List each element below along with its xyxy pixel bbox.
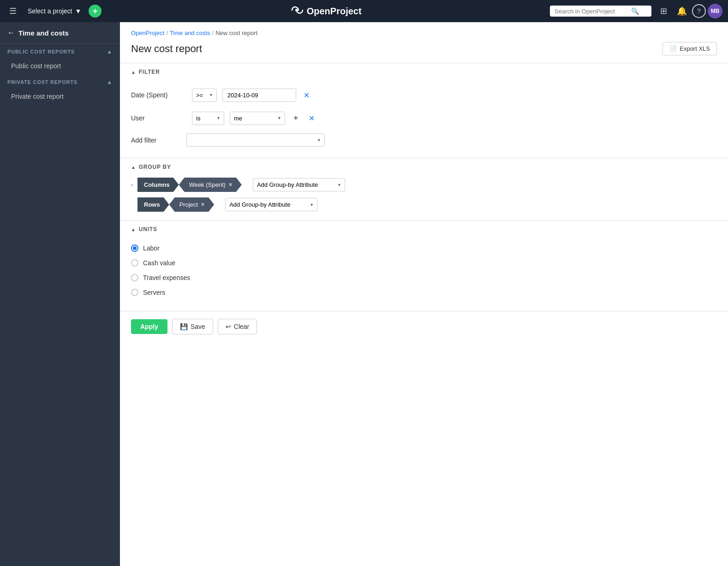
save-icon: 💾 <box>180 323 188 330</box>
apply-button[interactable]: Apply <box>131 319 167 334</box>
date-filter-label: Date (Spent) <box>131 91 186 99</box>
top-navigation: ☰ Select a project ▼ + OpenProject 🔍 ⊞ 🔔… <box>0 0 728 22</box>
units-section-label: UNITS <box>139 226 157 232</box>
filter-section-header[interactable]: ▲ FILTER <box>131 63 717 80</box>
sidebar-title: Time and costs <box>18 29 69 37</box>
add-project-button[interactable]: + <box>89 5 101 18</box>
bottom-actions: Apply 💾 Save ↩ Clear <box>120 311 728 342</box>
unit-radio-cash-value[interactable] <box>131 259 138 267</box>
unit-radio-labor[interactable] <box>131 244 138 252</box>
rows-add-wrapper: Add Group-by Attribute <box>214 198 717 211</box>
filter-content: Date (Spent) >= <= is ✕ User <box>131 80 717 154</box>
add-filter-select-wrapper: Project Work Package Assignee <box>186 133 325 147</box>
units-list: Labor Cash value Travel expenses Servers <box>131 237 717 307</box>
columns-week-label: Week (Spent) <box>189 181 226 188</box>
unit-radio-servers[interactable] <box>131 289 138 296</box>
unit-label-cash-value: Cash value <box>143 259 175 267</box>
search-input[interactable] <box>555 8 628 15</box>
filter-section: ▲ FILTER Date (Spent) >= <= is ✕ <box>120 63 728 154</box>
project-selector[interactable]: Select a project ▼ <box>24 6 85 17</box>
breadcrumb-openproject[interactable]: OpenProject <box>131 30 164 36</box>
columns-add-attribute-select[interactable]: Add Group-by Attribute <box>253 178 345 191</box>
filter-chevron-icon: ▲ <box>131 70 136 75</box>
columns-week-remove-button[interactable]: ✕ <box>228 182 233 188</box>
date-operator-select-wrapper: >= <= is <box>192 89 217 102</box>
page-header: New cost report 📄 Export XLS <box>120 40 728 63</box>
project-selector-label: Select a project <box>28 7 72 15</box>
clear-button[interactable]: ↩ Clear <box>218 319 257 334</box>
logo-icon <box>290 5 303 18</box>
user-filter-add-button[interactable]: + <box>291 112 301 125</box>
add-filter-row: Add filter Project Work Package Assignee <box>131 130 717 150</box>
back-arrow-icon: ← <box>7 29 15 37</box>
units-section-header[interactable]: ▲ UNITS <box>131 220 717 237</box>
save-button[interactable]: 💾 Save <box>172 319 213 334</box>
hamburger-menu[interactable]: ☰ <box>6 4 20 18</box>
public-section-header[interactable]: PUBLIC COST REPORTS ▲ <box>0 44 120 58</box>
columns-add-select-wrapper: Add Group-by Attribute <box>253 178 345 191</box>
grid-icon-button[interactable]: ⊞ <box>655 3 672 19</box>
sidebar-item-public-cost-report[interactable]: Public cost report <box>0 58 120 74</box>
date-value-input[interactable] <box>222 89 296 102</box>
main-content: OpenProject / Time and costs / New cost … <box>120 22 728 566</box>
breadcrumb-sep-2: / <box>212 30 214 36</box>
main-layout: ← Time and costs PUBLIC COST REPORTS ▲ P… <box>0 22 728 566</box>
logo-text: OpenProject <box>307 6 362 17</box>
user-operator-select-wrapper: is is not <box>192 112 224 125</box>
user-filter-row: User is is not me anyone + ✕ <box>131 107 717 130</box>
export-xls-button[interactable]: 📄 Export XLS <box>662 42 717 55</box>
help-icon-button[interactable]: ? <box>692 4 706 18</box>
date-filter-remove-button[interactable]: ✕ <box>302 89 311 101</box>
unit-label-servers: Servers <box>143 289 165 296</box>
group-by-section: ▲ GROUP BY › Columns Week (Spent) ✕ Add … <box>120 158 728 216</box>
group-by-section-label: GROUP BY <box>139 164 171 170</box>
units-section: ▲ UNITS Labor Cash value Travel expenses <box>120 220 728 307</box>
filter-section-label: FILTER <box>139 69 160 75</box>
sidebar-back-button[interactable]: ← Time and costs <box>0 22 120 44</box>
columns-label: Columns <box>137 178 179 192</box>
unit-item-cash-value[interactable]: Cash value <box>131 256 717 270</box>
private-section-header[interactable]: PRIVATE COST REPORTS ▲ <box>0 74 120 88</box>
rows-add-select-wrapper: Add Group-by Attribute <box>225 198 317 211</box>
add-filter-select[interactable]: Project Work Package Assignee <box>186 133 325 147</box>
rows-project-remove-button[interactable]: ✕ <box>201 202 205 208</box>
unit-radio-travel-expenses[interactable] <box>131 274 138 281</box>
breadcrumb: OpenProject / Time and costs / New cost … <box>120 22 728 40</box>
breadcrumb-current: New cost report <box>215 30 257 36</box>
group-by-columns-row: › Columns Week (Spent) ✕ Add Group-by At… <box>131 175 717 195</box>
rows-add-attribute-select[interactable]: Add Group-by Attribute <box>225 198 317 211</box>
group-by-chevron-icon: ▲ <box>131 165 136 170</box>
user-operator-select[interactable]: is is not <box>192 112 224 125</box>
columns-expand-icon[interactable]: › <box>131 182 137 188</box>
user-filter-label: User <box>131 114 186 122</box>
unit-item-servers[interactable]: Servers <box>131 285 717 300</box>
private-section-label: PRIVATE COST REPORTS <box>7 79 78 85</box>
user-avatar[interactable]: MB <box>708 4 722 18</box>
search-icon: 🔍 <box>631 7 639 15</box>
svg-point-0 <box>295 9 298 12</box>
date-filter-row: Date (Spent) >= <= is ✕ <box>131 83 717 107</box>
clear-icon: ↩ <box>226 323 231 330</box>
date-operator-select[interactable]: >= <= is <box>192 89 217 102</box>
user-filter-remove-button[interactable]: ✕ <box>307 112 316 125</box>
search-bar[interactable]: 🔍 <box>550 6 651 17</box>
public-section-label: PUBLIC COST REPORTS <box>7 49 75 54</box>
columns-add-wrapper: Add Group-by Attribute <box>242 178 717 191</box>
columns-week-tag: Week (Spent) ✕ <box>179 178 242 192</box>
bell-icon-button[interactable]: 🔔 <box>674 3 690 19</box>
sidebar: ← Time and costs PUBLIC COST REPORTS ▲ P… <box>0 22 120 566</box>
unit-item-travel-expenses[interactable]: Travel expenses <box>131 270 717 285</box>
sidebar-item-private-cost-report[interactable]: Private cost report <box>0 88 120 105</box>
rows-project-tag: Project ✕ <box>169 197 214 212</box>
private-collapse-icon: ▲ <box>107 79 113 85</box>
group-by-rows-row: Rows Project ✕ Add Group-by Attribute <box>131 195 717 216</box>
rows-project-label: Project <box>179 201 198 208</box>
user-value-select-wrapper: me anyone <box>230 112 285 125</box>
units-chevron-icon: ▲ <box>131 227 136 232</box>
user-value-select[interactable]: me anyone <box>230 112 285 125</box>
unit-label-travel-expenses: Travel expenses <box>143 274 190 281</box>
unit-item-labor[interactable]: Labor <box>131 241 717 256</box>
export-icon: 📄 <box>669 45 677 52</box>
group-by-section-header[interactable]: ▲ GROUP BY <box>131 158 717 175</box>
breadcrumb-time-and-costs[interactable]: Time and costs <box>170 30 210 36</box>
